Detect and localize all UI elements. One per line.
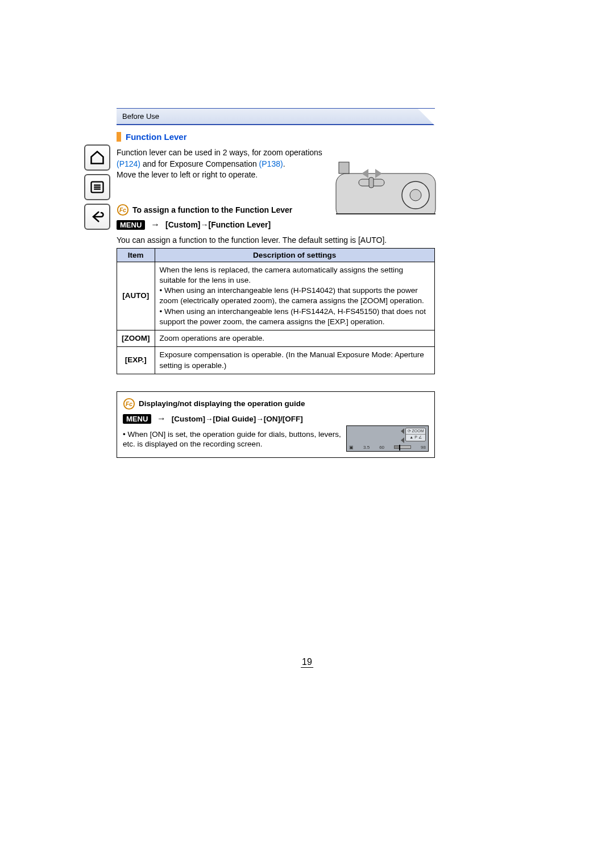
intro-line1a: Function lever can be used in 2 ways, fo… [117,148,322,157]
cell-item-auto: [AUTO] [117,262,155,330]
fc-icon: Fc [123,398,135,410]
guide-heading: Fc Displaying/not displaying the operati… [123,398,429,410]
page-ref-p138[interactable]: (P138) [259,159,283,168]
up-triangle-icon: ▲ [409,435,413,440]
th-desc: Description of settings [155,248,435,262]
section-title: Function Lever [117,132,435,142]
intro-paragraph: Function lever can be used in 2 ways, fo… [117,147,327,181]
table-row: [ZOOM] Zoom operations are operable. [117,330,435,347]
svg-text:Fc: Fc [126,400,132,407]
back-arrow-icon [89,209,105,225]
table-row: [EXP.] Exposure compensation is operable… [117,347,435,374]
screen-preview: ⟳ ZOOM ▲ P ∠ ▣ 3.5 60 98 [346,425,429,452]
camera-illustration [333,156,438,225]
cell-desc-zoom: Zoom operations are operable. [155,330,435,347]
arrow-icon: → [147,220,163,230]
cell-desc-exp: Exposure compensation is operable. (In t… [155,347,435,374]
svg-point-9 [410,189,421,201]
guide-path: [Custom]→[Dial Guide]→[ON]/[OFF] [172,415,303,423]
timer-dot-icon: ⟳ [408,429,411,433]
contents-button[interactable] [84,174,110,200]
guide-note: • When [ON] is set, the operation guide … [123,429,345,449]
svg-rect-11 [369,177,374,188]
separator [117,124,435,125]
svg-rect-5 [336,213,435,222]
fc-icon: Fc [117,204,129,216]
screen-aperture: 3.5 [363,445,370,450]
cell-desc-auto: When the lens is replaced, the camera au… [155,262,435,330]
home-button[interactable] [84,144,110,171]
intro-line2: Move the lever to left or right to opera… [117,170,258,179]
home-icon [89,150,105,166]
table-row: [AUTO] When the lens is replaced, the ca… [117,262,435,330]
dial-guide-box: Fc Displaying/not displaying the operati… [117,391,435,458]
intro-mid: and for Exposure Compensation [143,159,259,168]
pz-label: P [414,435,417,440]
pencil-icon: ∠ [418,435,422,440]
assign-desc: You can assign a function to the functio… [117,235,435,245]
sidebar-nav [84,144,111,233]
guide-title: Displaying/not displaying the operation … [139,399,305,408]
bracket-arrows-icon [401,428,404,434]
exposure-slider-icon [394,445,411,449]
arrow-icon: → [154,414,169,424]
svg-rect-7 [339,162,349,173]
cell-item-exp: [EXP.] [117,347,155,374]
table-header-row: Item Description of settings [117,248,435,262]
settings-table: Item Description of settings [AUTO] When… [117,248,435,374]
svg-rect-6 [336,213,435,214]
cell-item-zoom: [ZOOM] [117,330,155,347]
zoom-label: ZOOM [412,429,424,433]
guide-menu-path: MENU → [Custom]→[Dial Guide]→[ON]/[OFF] [123,414,429,424]
th-item: Item [117,248,155,262]
screen-dial-badge: ⟳ ZOOM ▲ P ∠ [405,428,426,441]
assign-title: To assign a function to the Function Lev… [132,205,292,214]
menu-chip: MENU [123,414,151,424]
page-content: Before Use Function Lever Function lever… [117,108,435,458]
svg-text:Fc: Fc [119,206,126,213]
screen-right: 98 [421,445,426,450]
list-icon [89,179,105,195]
breadcrumb-text: Before Use [122,112,159,121]
screen-shutter: 60 [379,445,384,450]
page-ref-p124[interactable]: (P124) [117,159,140,168]
page-number: 19 [301,657,313,668]
menu-chip: MENU [117,220,145,230]
assign-path: [Custom]→[Function Lever] [165,220,271,229]
breadcrumb: Before Use [117,108,435,124]
back-button[interactable] [84,204,110,230]
screen-left-icon: ▣ [349,445,354,450]
